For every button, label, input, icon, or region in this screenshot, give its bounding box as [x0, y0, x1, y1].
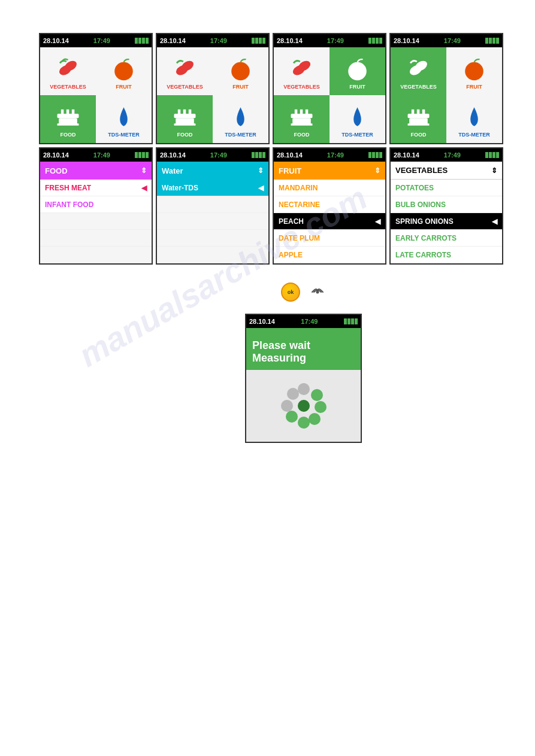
svg-rect-16 [189, 109, 192, 114]
svg-point-20 [348, 62, 367, 80]
fruit-icon-3 [344, 55, 371, 82]
menu-item-date-plum[interactable]: DATE PLUM [274, 230, 385, 247]
svg-rect-8 [58, 123, 79, 126]
vegetables-label-3: VEGETABLES [283, 84, 319, 90]
time-4: 17:49 [444, 37, 461, 44]
menu-item-early-carrots[interactable]: EARLY CARROTS [391, 230, 502, 247]
chevron-water: ⇕ [258, 166, 264, 175]
spring-onions-arrow: ◀ [492, 217, 497, 226]
early-carrots-label: EARLY CARROTS [395, 234, 457, 242]
vegetables-cell-3[interactable]: VEGETABLES [274, 47, 330, 95]
menu-item-bulb-onions[interactable]: BULB ONIONS [391, 196, 502, 213]
svg-point-41 [298, 417, 310, 429]
menu-screen-vegetables: 28.10.14 17:49 VEGETABLES ⇕ POTATOES [389, 147, 503, 265]
menu-header-water[interactable]: Water ⇕ [157, 162, 268, 180]
vegetables-cell-2[interactable]: VEGETABLES [157, 47, 213, 95]
status-bar-m4: 28.10.14 17:49 [391, 148, 502, 162]
bulb-onions-label: BULB ONIONS [395, 201, 446, 209]
device-screen-3: 28.10.14 17:49 [273, 33, 386, 144]
battery-m1 [135, 152, 149, 158]
device-screen-2: 28.10.14 17:49 [156, 33, 270, 144]
menu-item-w-empty-3 [157, 230, 268, 247]
late-carrots-label: LATE CARROTS [395, 251, 451, 259]
tds-icon-3 [344, 103, 371, 130]
tds-cell-4[interactable]: TDS-METER [446, 95, 502, 143]
ok-label: ok [288, 289, 294, 295]
date-2: 28.10.14 [160, 37, 186, 44]
status-bar-4: 28.10.14 17:49 [391, 34, 502, 47]
battery-m2 [252, 152, 265, 158]
menu-item-w-empty-4 [157, 247, 268, 263]
nectarine-label: NECTARINE [279, 201, 320, 209]
time-m1: 17:49 [93, 151, 110, 159]
svg-rect-23 [295, 109, 298, 114]
signal-icon [309, 284, 326, 300]
menu-item-infant-food[interactable]: INFANT FOOD [40, 196, 152, 213]
vegetables-icon-2 [171, 55, 198, 82]
svg-point-43 [281, 400, 293, 412]
status-bar-m3: 28.10.14 17:49 [274, 148, 385, 162]
menu-header-fruit[interactable]: FRUIT ⇕ [274, 162, 385, 180]
menu-header-food[interactable]: FOOD ⇕ [40, 162, 152, 180]
wifi-signal-icon [309, 284, 326, 300]
icon-grid-2: VEGETABLES FRUIT [157, 47, 268, 143]
vegetables-cell-1[interactable]: VEGETABLES [40, 47, 96, 95]
food-cell-1[interactable]: FOOD [40, 95, 96, 143]
food-icon-3 [288, 103, 315, 130]
tds-cell-3[interactable]: TDS-METER [330, 95, 385, 143]
date-m2: 28.10.14 [160, 151, 186, 159]
tds-cell-1[interactable]: TDS-METER [96, 95, 152, 143]
svg-rect-25 [306, 109, 309, 114]
menu-item-mandarin[interactable]: MANDARIN [274, 180, 385, 196]
svg-point-40 [309, 413, 321, 425]
food-icon-2 [171, 103, 198, 130]
menu-item-fresh-meat[interactable]: FRESH MEAT ◀ [40, 180, 152, 196]
svg-rect-33 [417, 109, 420, 114]
fruit-cell-4[interactable]: FRUIT [446, 47, 502, 95]
tds-icon-1 [110, 103, 137, 130]
menu-item-spring-onions[interactable]: SPRING ONIONS ◀ [391, 213, 502, 230]
food-cell-4[interactable]: FOOD [391, 95, 446, 143]
device-screen-1: 28.10.14 17:49 [39, 33, 153, 144]
tds-label-3: TDS-METER [341, 132, 373, 138]
time-measuring: 17:49 [301, 318, 318, 325]
fruit-cell-2[interactable]: FRUIT [213, 47, 268, 95]
food-icon-4 [405, 103, 432, 130]
food-label-3: FOOD [294, 132, 310, 138]
chevron-veg: ⇕ [491, 166, 497, 175]
flower-spinner [280, 382, 328, 430]
ok-button[interactable]: ok [281, 283, 300, 302]
battery-1 [135, 38, 149, 44]
fruit-label-4: FRUIT [466, 84, 482, 90]
menu-item-potatoes[interactable]: POTATOES [391, 180, 502, 196]
fruit-cell-1[interactable]: FRUIT [96, 47, 152, 95]
measuring-screen: 28.10.14 17:49 Please wait Measuring [245, 314, 362, 443]
menu-item-nectarine[interactable]: NECTARINE [274, 196, 385, 213]
battery-measuring [344, 318, 358, 324]
menu-item-peach[interactable]: PEACH ◀ [274, 213, 385, 230]
menu-item-late-carrots[interactable]: LATE CARROTS [391, 247, 502, 263]
controls-area: ok [75, 283, 532, 302]
peach-arrow: ◀ [375, 217, 380, 226]
vegetables-cell-4-active[interactable]: VEGETABLES [391, 47, 446, 95]
icon-grid-4: VEGETABLES FRUIT [391, 47, 502, 143]
food-cell-3[interactable]: FOOD [274, 95, 330, 143]
tds-cell-2[interactable]: TDS-METER [213, 95, 268, 143]
time-1: 17:49 [93, 37, 110, 44]
date-4: 28.10.14 [394, 37, 419, 44]
food-icon-1 [55, 103, 81, 130]
menu-header-vegetables[interactable]: VEGETABLES ⇕ [391, 162, 502, 180]
water-tds-label: Water-TDS [162, 184, 198, 192]
time-m4: 17:49 [444, 151, 461, 159]
svg-rect-15 [183, 109, 186, 114]
tds-label-4: TDS-METER [458, 132, 490, 138]
svg-point-45 [298, 400, 310, 412]
measuring-title-line1: Please wait [252, 339, 355, 352]
fruit-icon-4 [461, 55, 488, 82]
food-cell-2[interactable]: FOOD [157, 95, 213, 143]
menu-item-apple[interactable]: APPLE [274, 247, 385, 263]
menu-item-water-tds[interactable]: Water-TDS ◀ [157, 180, 268, 196]
fruit-cell-3-active[interactable]: FRUIT [330, 47, 385, 95]
tds-icon-2 [227, 103, 254, 130]
bottom-screens-row: 28.10.14 17:49 FOOD ⇕ FRESH MEAT ◀ [39, 147, 496, 265]
